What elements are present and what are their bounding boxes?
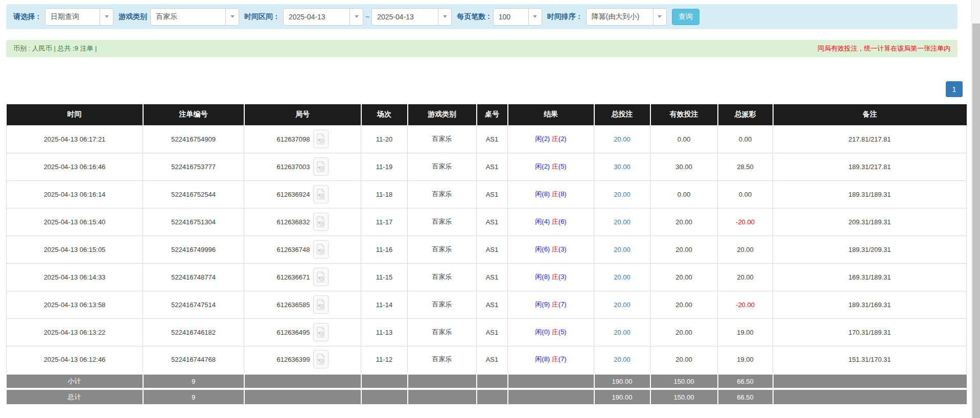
cell-payout: 20.00 xyxy=(718,236,773,263)
video-replay-button[interactable] xyxy=(313,213,329,231)
total-bet-link[interactable]: 20.00 xyxy=(614,301,631,309)
cell-result: 闲(6) 庄(3) xyxy=(508,236,594,263)
header-total-bet: 总投注 xyxy=(594,104,650,125)
cell-time: 2025-04-13 06:16:46 xyxy=(7,153,143,180)
valid-bet-notice: 同局有效投注，统一计算在该局第一张注单内 xyxy=(818,44,950,53)
time-sort-select[interactable]: 降冪(由大到小) xyxy=(586,8,667,26)
cell-remark: 169.31/189.31 xyxy=(773,263,967,291)
round-id-group: 612636748 xyxy=(276,240,328,259)
cell-table-no: AS1 xyxy=(477,236,508,263)
result-banker-label: 庄 xyxy=(552,328,558,336)
result-banker-score: (2) xyxy=(558,135,567,143)
cell-time: 2025-04-13 06:15:40 xyxy=(7,208,143,236)
video-replay-button[interactable] xyxy=(313,350,329,368)
video-file-icon xyxy=(316,298,325,311)
cell-round-id: 612637003 xyxy=(244,153,361,180)
result-banker-label: 庄 xyxy=(552,300,558,308)
cell-payout: 28.50 xyxy=(718,153,773,180)
cell-time: 2025-04-13 06:13:22 xyxy=(7,318,143,346)
table-row: 2025-04-13 06:13:22522416746182612636495… xyxy=(7,318,967,346)
cell-round-id: 612636585 xyxy=(244,291,361,318)
vertical-scrollbar-thumb[interactable] xyxy=(972,24,980,418)
chevron-down-icon xyxy=(653,9,666,25)
total-bet-link[interactable]: 20.00 xyxy=(614,356,631,363)
video-replay-button[interactable] xyxy=(313,130,329,148)
page-size-select[interactable]: 100 xyxy=(493,8,542,26)
round-id-group: 612636832 xyxy=(276,213,328,231)
summary-bar: 币别 : 人民币 | 总共 :9 注单 | 同局有效投注，统一计算在该局第一张注… xyxy=(6,40,958,57)
filter-bar: 请选择： 日期查询 游戏类别 百家乐 时间区间： 2025-04-13 ~ 20… xyxy=(6,4,958,29)
video-replay-button[interactable] xyxy=(313,268,329,286)
cell-session: 11-20 xyxy=(361,125,408,153)
cell-valid-bet: 20.00 xyxy=(650,236,718,263)
cell-bet-id: 522416754909 xyxy=(143,125,244,153)
total-bet-link[interactable]: 20.00 xyxy=(614,218,631,226)
time-sort-value: 降冪(由大到小) xyxy=(587,12,653,21)
cell-result: 闲(0) 庄(5) xyxy=(508,318,594,346)
cell-total-bet: 20.00 xyxy=(594,263,650,291)
video-replay-button[interactable] xyxy=(313,185,329,203)
page-size-value: 100 xyxy=(494,13,528,21)
video-file-icon xyxy=(316,133,325,145)
result-banker-label: 庄 xyxy=(552,218,558,225)
round-id-group: 612636671 xyxy=(276,268,328,286)
cell-time: 2025-04-13 06:15:05 xyxy=(7,236,143,263)
footer-count: 9 xyxy=(143,389,244,404)
cell-session: 11-18 xyxy=(361,180,408,208)
total-bet-link[interactable]: 20.00 xyxy=(614,135,631,143)
query-type-value: 日期查询 xyxy=(45,12,100,21)
search-button[interactable]: 查询 xyxy=(672,9,699,25)
video-file-icon xyxy=(316,188,325,200)
pagination-page-1[interactable]: 1 xyxy=(946,81,963,97)
result-banker-score: (3) xyxy=(558,245,567,253)
total-bet-link[interactable]: 30.00 xyxy=(614,163,631,171)
result-banker-label: 庄 xyxy=(552,245,558,253)
cell-payout: 19.00 xyxy=(718,318,773,346)
total-bet-link[interactable]: 20.00 xyxy=(614,329,631,336)
header-table-no: 桌号 xyxy=(477,104,508,125)
date-to-select[interactable]: 2025-04-13 xyxy=(371,8,452,26)
cell-remark: 170.31/189.31 xyxy=(773,318,967,346)
query-type-label: 请选择： xyxy=(13,12,42,21)
cell-time: 2025-04-13 06:17:21 xyxy=(7,125,143,153)
table-row: 2025-04-13 06:17:21522416754909612637098… xyxy=(7,125,967,153)
header-time: 时间 xyxy=(7,104,143,125)
result-banker-score: (5) xyxy=(558,328,567,336)
video-replay-button[interactable] xyxy=(313,240,329,259)
round-id-value: 612637098 xyxy=(276,135,310,143)
result-banker-score: (8) xyxy=(558,190,567,198)
footer-label: 小计 xyxy=(7,374,143,389)
cell-game-type: 百家乐 xyxy=(408,318,477,346)
cell-time: 2025-04-13 06:13:58 xyxy=(7,291,143,318)
cell-payout: 20.00 xyxy=(718,263,773,291)
vertical-scrollbar-track[interactable] xyxy=(971,0,980,418)
result-player: 闲(8) xyxy=(535,190,550,198)
time-sort-label: 时间排序： xyxy=(547,12,583,21)
chevron-down-icon xyxy=(349,9,363,25)
footer-game-type xyxy=(408,374,477,389)
game-type-select[interactable]: 百家乐 xyxy=(150,8,239,26)
total-bet-link[interactable]: 20.00 xyxy=(614,246,631,253)
cell-table-no: AS1 xyxy=(477,346,508,374)
table-body: 2025-04-13 06:17:21522416754909612637098… xyxy=(7,125,967,404)
footer-round xyxy=(244,374,361,389)
game-type-label: 游戏类别 xyxy=(119,12,147,21)
video-replay-button[interactable] xyxy=(313,323,329,341)
cell-result: 闲(9) 庄(7) xyxy=(508,291,594,318)
table-row: 2025-04-13 06:16:14522416752544612636924… xyxy=(7,180,967,208)
cell-round-id: 612636832 xyxy=(244,208,361,236)
query-type-select[interactable]: 日期查询 xyxy=(45,8,113,26)
cell-session: 11-12 xyxy=(361,346,408,374)
video-file-icon xyxy=(316,243,325,256)
video-replay-button[interactable] xyxy=(313,157,329,176)
cell-payout: -20.00 xyxy=(718,208,773,236)
cell-session: 11-14 xyxy=(361,291,408,318)
header-round-id: 局号 xyxy=(244,104,361,125)
cell-result: 闲(2) 庄(5) xyxy=(508,153,594,180)
video-replay-button[interactable] xyxy=(313,295,329,314)
date-from-select[interactable]: 2025-04-13 xyxy=(283,8,363,26)
total-bet-link[interactable]: 20.00 xyxy=(614,191,631,198)
total-bet-link[interactable]: 20.00 xyxy=(614,273,631,281)
video-file-icon xyxy=(316,326,325,338)
header-result: 结果 xyxy=(508,104,594,125)
